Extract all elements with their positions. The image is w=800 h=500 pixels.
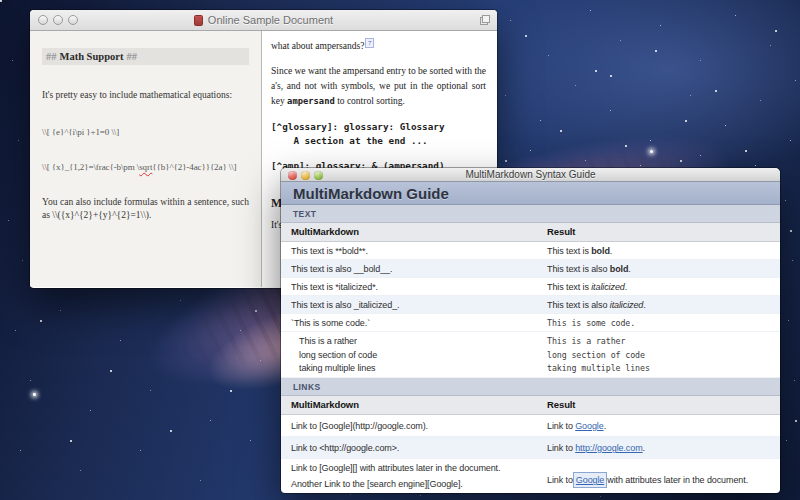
markdown-heading-line: ##Math Support## (42, 48, 249, 65)
preview-line: what about ampersands?7 (271, 36, 486, 53)
document-window-titlebar[interactable]: Online Sample Document (30, 10, 497, 31)
table-row: `This is some code.` This is some code. (281, 314, 780, 332)
hash-marks: ## (46, 51, 57, 62)
minimize-button[interactable] (53, 15, 63, 25)
page-title: MultiMarkdown Guide (281, 182, 780, 205)
table-row: Link to [Google][] with attributes later… (281, 459, 780, 493)
desktop: Online Sample Document ##Math Support## … (0, 0, 800, 500)
preview-paragraph: Since we want the ampersand entry to be … (271, 64, 486, 109)
editor-paragraph: You can also include formulas within a s… (42, 196, 249, 222)
latex-equation-2: \\[ {x}_{1,2}=\frac{-b\pm \sqrt{{b}^{2}-… (42, 162, 249, 172)
window-controls (38, 15, 78, 25)
table-row: Link to <http://google.com>. Link to htt… (281, 437, 780, 459)
inline-code: ampersand (287, 96, 335, 106)
guide-window-titlebar[interactable]: MultiMarkdown Syntax Guide (281, 168, 780, 182)
window-controls (288, 171, 323, 180)
column-header-result: Result (537, 223, 780, 241)
table-header-row: MultiMarkdown Result (281, 396, 780, 415)
latex-equation-1: \\[ {e}^{i\pi }+1=0 \\] (42, 127, 249, 137)
zoom-button[interactable] (314, 171, 323, 180)
close-button[interactable] (288, 171, 297, 180)
multimarkdown-guide-window: MultiMarkdown Syntax Guide MultiMarkdown… (281, 168, 780, 493)
table-row: This text is also __bold__. This text is… (281, 260, 780, 278)
guide-window-title: MultiMarkdown Syntax Guide (465, 169, 595, 180)
zoom-button[interactable] (68, 15, 78, 25)
star-field-bright (0, 0, 2, 2)
section-header-links: LINKS (281, 378, 780, 396)
table-row: This text is *italicized*. This text is … (281, 278, 780, 296)
document-proxy-icon[interactable] (194, 15, 203, 26)
column-header-multimarkdown: MultiMarkdown (281, 223, 537, 241)
minimize-button[interactable] (301, 171, 310, 180)
table-row: This is a ratherlong section of codetaki… (281, 332, 780, 378)
glossary-code-block: [^glossary]: glossary: Glossary A sectio… (271, 120, 486, 148)
toolbar-toggle-icon[interactable] (480, 15, 490, 25)
table-header-row: MultiMarkdown Result (281, 223, 780, 242)
section-header-text: TEXT (281, 205, 780, 223)
table-row: This text is **bold**. This text is bold… (281, 242, 780, 260)
table-row: This text is also _italicized_. This tex… (281, 296, 780, 314)
bright-star (650, 150, 653, 153)
editor-paragraph: It's pretty easy to include mathematical… (42, 89, 249, 102)
column-header-result: Result (537, 396, 780, 414)
column-header-multimarkdown: MultiMarkdown (281, 396, 537, 414)
footnote-link[interactable]: 7 (365, 38, 374, 48)
google-link[interactable]: Google (575, 421, 603, 431)
google-boxed-link[interactable]: Google (573, 472, 607, 488)
table-row: Link to [Google](http://google.com). Lin… (281, 415, 780, 437)
markdown-editor-pane[interactable]: ##Math Support## It's pretty easy to inc… (30, 31, 262, 287)
google-url-link[interactable]: http://google.com (575, 443, 642, 453)
hash-marks: ## (126, 51, 137, 62)
close-button[interactable] (38, 15, 48, 25)
document-window-title: Online Sample Document (208, 14, 333, 26)
bright-star (33, 393, 36, 396)
misspelled-word: sqrt (139, 162, 152, 172)
